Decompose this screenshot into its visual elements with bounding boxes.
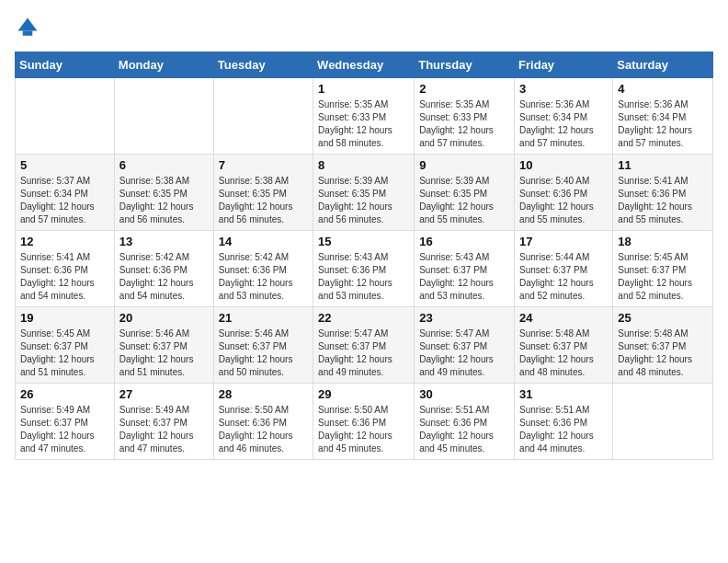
calendar-week-row: 5Sunrise: 5:37 AMSunset: 6:34 PMDaylight… bbox=[16, 155, 713, 231]
day-number: 16 bbox=[419, 235, 509, 248]
calendar-week-row: 26Sunrise: 5:49 AMSunset: 6:37 PMDayligh… bbox=[16, 384, 713, 460]
calendar-cell: 12Sunrise: 5:41 AMSunset: 6:36 PMDayligh… bbox=[16, 231, 115, 307]
day-info: Sunrise: 5:51 AMSunset: 6:36 PMDaylight:… bbox=[419, 404, 509, 455]
day-info: Sunrise: 5:41 AMSunset: 6:36 PMDaylight:… bbox=[20, 251, 109, 303]
day-info: Sunrise: 5:49 AMSunset: 6:37 PMDaylight:… bbox=[20, 404, 109, 455]
calendar-week-row: 12Sunrise: 5:41 AMSunset: 6:36 PMDayligh… bbox=[16, 231, 713, 307]
calendar-cell: 15Sunrise: 5:43 AMSunset: 6:36 PMDayligh… bbox=[313, 231, 415, 307]
day-number: 14 bbox=[219, 235, 308, 248]
calendar-cell: 9Sunrise: 5:39 AMSunset: 6:35 PMDaylight… bbox=[415, 155, 515, 231]
day-info: Sunrise: 5:45 AMSunset: 6:37 PMDaylight:… bbox=[20, 327, 109, 379]
day-info: Sunrise: 5:47 AMSunset: 6:37 PMDaylight:… bbox=[318, 327, 409, 379]
calendar-cell: 30Sunrise: 5:51 AMSunset: 6:36 PMDayligh… bbox=[415, 384, 515, 460]
day-info: Sunrise: 5:50 AMSunset: 6:36 PMDaylight:… bbox=[318, 404, 409, 455]
calendar-cell: 17Sunrise: 5:44 AMSunset: 6:37 PMDayligh… bbox=[515, 231, 613, 307]
day-info: Sunrise: 5:46 AMSunset: 6:37 PMDaylight:… bbox=[119, 327, 209, 379]
day-info: Sunrise: 5:37 AMSunset: 6:34 PMDaylight:… bbox=[20, 175, 109, 226]
weekday-header: Monday bbox=[114, 52, 213, 78]
calendar-cell: 26Sunrise: 5:49 AMSunset: 6:37 PMDayligh… bbox=[16, 384, 115, 460]
day-info: Sunrise: 5:51 AMSunset: 6:36 PMDaylight:… bbox=[519, 404, 608, 455]
weekday-header: Saturday bbox=[613, 52, 713, 78]
day-number: 3 bbox=[519, 82, 608, 96]
day-info: Sunrise: 5:47 AMSunset: 6:37 PMDaylight:… bbox=[419, 327, 509, 379]
day-info: Sunrise: 5:48 AMSunset: 6:37 PMDaylight:… bbox=[618, 327, 708, 379]
day-number: 8 bbox=[318, 158, 409, 172]
calendar-cell: 8Sunrise: 5:39 AMSunset: 6:35 PMDaylight… bbox=[313, 155, 415, 231]
calendar-cell: 20Sunrise: 5:46 AMSunset: 6:37 PMDayligh… bbox=[114, 307, 213, 384]
calendar-cell: 3Sunrise: 5:36 AMSunset: 6:34 PMDaylight… bbox=[515, 78, 613, 155]
day-info: Sunrise: 5:46 AMSunset: 6:37 PMDaylight:… bbox=[219, 327, 308, 379]
day-info: Sunrise: 5:42 AMSunset: 6:36 PMDaylight:… bbox=[219, 251, 308, 303]
day-number: 29 bbox=[318, 387, 409, 401]
day-number: 9 bbox=[419, 158, 509, 172]
calendar-cell: 19Sunrise: 5:45 AMSunset: 6:37 PMDayligh… bbox=[16, 307, 115, 384]
calendar-cell: 23Sunrise: 5:47 AMSunset: 6:37 PMDayligh… bbox=[415, 307, 515, 384]
calendar-cell: 16Sunrise: 5:43 AMSunset: 6:37 PMDayligh… bbox=[415, 231, 515, 307]
calendar-cell: 1Sunrise: 5:35 AMSunset: 6:33 PMDaylight… bbox=[313, 78, 415, 155]
svg-rect-1 bbox=[23, 31, 33, 36]
day-number: 18 bbox=[618, 235, 708, 248]
day-info: Sunrise: 5:44 AMSunset: 6:37 PMDaylight:… bbox=[519, 251, 608, 303]
day-info: Sunrise: 5:38 AMSunset: 6:35 PMDaylight:… bbox=[119, 175, 209, 226]
day-number: 13 bbox=[119, 235, 209, 248]
calendar-cell: 11Sunrise: 5:41 AMSunset: 6:36 PMDayligh… bbox=[613, 155, 713, 231]
day-number: 1 bbox=[318, 82, 409, 96]
day-info: Sunrise: 5:39 AMSunset: 6:35 PMDaylight:… bbox=[419, 175, 509, 226]
day-number: 6 bbox=[119, 158, 209, 172]
calendar-cell: 24Sunrise: 5:48 AMSunset: 6:37 PMDayligh… bbox=[515, 307, 613, 384]
weekday-header: Sunday bbox=[16, 52, 115, 78]
calendar-cell: 25Sunrise: 5:48 AMSunset: 6:37 PMDayligh… bbox=[613, 307, 713, 384]
day-info: Sunrise: 5:35 AMSunset: 6:33 PMDaylight:… bbox=[318, 98, 409, 150]
day-number: 30 bbox=[419, 387, 509, 401]
calendar-cell: 5Sunrise: 5:37 AMSunset: 6:34 PMDaylight… bbox=[16, 155, 115, 231]
page-header bbox=[15, 15, 713, 40]
day-info: Sunrise: 5:40 AMSunset: 6:36 PMDaylight:… bbox=[519, 175, 608, 226]
day-number: 31 bbox=[519, 387, 608, 401]
calendar-cell: 22Sunrise: 5:47 AMSunset: 6:37 PMDayligh… bbox=[313, 307, 415, 384]
day-info: Sunrise: 5:50 AMSunset: 6:36 PMDaylight:… bbox=[219, 404, 308, 455]
day-number: 19 bbox=[20, 311, 109, 325]
calendar-cell: 27Sunrise: 5:49 AMSunset: 6:37 PMDayligh… bbox=[114, 384, 213, 460]
weekday-header: Wednesday bbox=[313, 52, 415, 78]
calendar-cell: 7Sunrise: 5:38 AMSunset: 6:35 PMDaylight… bbox=[213, 155, 313, 231]
day-info: Sunrise: 5:43 AMSunset: 6:36 PMDaylight:… bbox=[318, 251, 409, 303]
day-info: Sunrise: 5:36 AMSunset: 6:34 PMDaylight:… bbox=[519, 98, 608, 150]
calendar-cell: 21Sunrise: 5:46 AMSunset: 6:37 PMDayligh… bbox=[213, 307, 313, 384]
day-info: Sunrise: 5:39 AMSunset: 6:35 PMDaylight:… bbox=[318, 175, 409, 226]
calendar-cell: 13Sunrise: 5:42 AMSunset: 6:36 PMDayligh… bbox=[114, 231, 213, 307]
calendar-cell bbox=[613, 384, 713, 460]
calendar-cell: 6Sunrise: 5:38 AMSunset: 6:35 PMDaylight… bbox=[114, 155, 213, 231]
calendar-cell: 14Sunrise: 5:42 AMSunset: 6:36 PMDayligh… bbox=[213, 231, 313, 307]
weekday-header-row: SundayMondayTuesdayWednesdayThursdayFrid… bbox=[16, 52, 713, 78]
day-number: 11 bbox=[618, 158, 708, 172]
calendar-cell: 2Sunrise: 5:35 AMSunset: 6:33 PMDaylight… bbox=[415, 78, 515, 155]
day-number: 17 bbox=[519, 235, 608, 248]
day-number: 20 bbox=[119, 311, 209, 325]
day-info: Sunrise: 5:43 AMSunset: 6:37 PMDaylight:… bbox=[419, 251, 509, 303]
calendar-cell bbox=[114, 78, 213, 155]
day-number: 22 bbox=[318, 311, 409, 325]
day-number: 26 bbox=[20, 387, 109, 401]
day-number: 25 bbox=[618, 311, 708, 325]
logo-icon bbox=[15, 15, 40, 40]
calendar-cell: 29Sunrise: 5:50 AMSunset: 6:36 PMDayligh… bbox=[313, 384, 415, 460]
calendar-cell: 10Sunrise: 5:40 AMSunset: 6:36 PMDayligh… bbox=[515, 155, 613, 231]
day-info: Sunrise: 5:49 AMSunset: 6:37 PMDaylight:… bbox=[119, 404, 209, 455]
day-info: Sunrise: 5:41 AMSunset: 6:36 PMDaylight:… bbox=[618, 175, 708, 226]
svg-marker-0 bbox=[18, 18, 38, 31]
calendar-cell: 4Sunrise: 5:36 AMSunset: 6:34 PMDaylight… bbox=[613, 78, 713, 155]
day-number: 15 bbox=[318, 235, 409, 248]
day-number: 4 bbox=[618, 82, 708, 96]
day-number: 5 bbox=[20, 158, 109, 172]
day-info: Sunrise: 5:45 AMSunset: 6:37 PMDaylight:… bbox=[618, 251, 708, 303]
calendar-cell: 18Sunrise: 5:45 AMSunset: 6:37 PMDayligh… bbox=[613, 231, 713, 307]
logo bbox=[15, 15, 44, 40]
day-number: 28 bbox=[219, 387, 308, 401]
day-info: Sunrise: 5:35 AMSunset: 6:33 PMDaylight:… bbox=[419, 98, 509, 150]
day-number: 24 bbox=[519, 311, 608, 325]
calendar-cell bbox=[16, 78, 115, 155]
day-number: 23 bbox=[419, 311, 509, 325]
day-number: 21 bbox=[219, 311, 308, 325]
calendar-cell: 28Sunrise: 5:50 AMSunset: 6:36 PMDayligh… bbox=[213, 384, 313, 460]
day-info: Sunrise: 5:36 AMSunset: 6:34 PMDaylight:… bbox=[618, 98, 708, 150]
